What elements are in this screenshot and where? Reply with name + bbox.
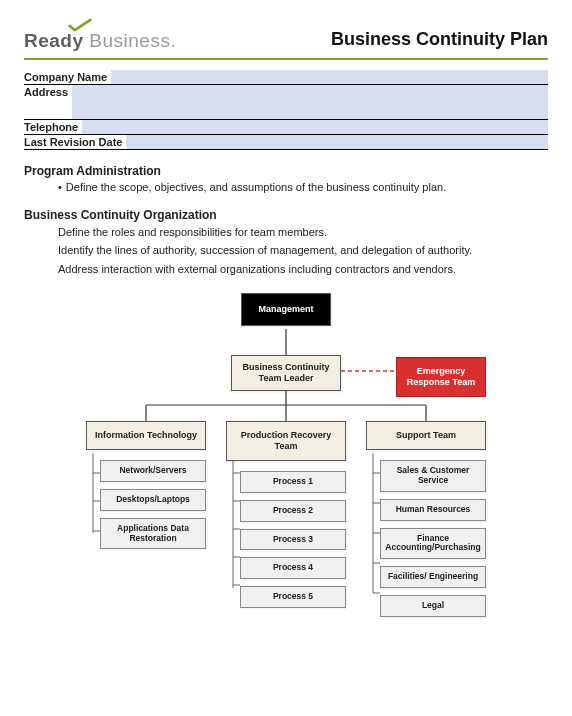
item-apps: Applications Data Restoration (100, 518, 206, 550)
section-org-title: Business Continuity Organization (24, 208, 548, 222)
row-company: Company Name (24, 70, 548, 85)
label-telephone: Telephone (24, 120, 82, 134)
company-field[interactable] (111, 70, 548, 84)
node-management: Management (241, 293, 331, 326)
label-revision: Last Revision Date (24, 135, 126, 149)
info-form: Company Name Address Telephone Last Revi… (24, 70, 548, 150)
brand-text: Ready Business. (24, 30, 176, 52)
header-rule (24, 58, 548, 60)
brand-logo: Ready Business. (24, 18, 176, 52)
org-line2: Identify the lines of authority, success… (24, 242, 548, 259)
item-p4: Process 4 (240, 557, 346, 579)
item-facilities: Facilities/ Engineering (380, 566, 486, 588)
item-sales: Sales & Customer Service (380, 460, 486, 492)
col-it: Information Technology Network/Servers D… (86, 421, 206, 556)
node-emergency: Emergency Response Team (396, 357, 486, 397)
label-company: Company Name (24, 70, 111, 84)
col-head-support: Support Team (366, 421, 486, 450)
revision-field[interactable] (126, 135, 548, 149)
col-production: Production Recovery Team Process 1 Proce… (226, 421, 346, 614)
header: Ready Business. Business Continuity Plan (24, 18, 548, 52)
item-p2: Process 2 (240, 500, 346, 522)
page-title: Business Continuity Plan (331, 29, 548, 50)
label-address: Address (24, 85, 72, 119)
item-p5: Process 5 (240, 586, 346, 608)
node-leader: Business Continuity Team Leader (231, 355, 341, 391)
item-desktops: Desktops/Laptops (100, 489, 206, 511)
row-telephone: Telephone (24, 120, 548, 135)
admin-bullets: • Define the scope, objectives, and assu… (24, 180, 548, 196)
brand-light: Business. (84, 30, 177, 51)
item-p3: Process 3 (240, 529, 346, 551)
col-support: Support Team Sales & Customer Service Hu… (366, 421, 486, 623)
col-head-production: Production Recovery Team (226, 421, 346, 461)
bullet-icon: • (58, 180, 62, 196)
brand-strong: Ready (24, 30, 84, 51)
item-hr: Human Resources (380, 499, 486, 521)
item-network: Network/Servers (100, 460, 206, 482)
section-admin-title: Program Administration (24, 164, 548, 178)
address-field[interactable] (72, 85, 548, 119)
org-line1: Define the roles and responsibilities fo… (24, 224, 548, 241)
org-line3: Address interaction with external organi… (24, 261, 548, 278)
row-revision: Last Revision Date (24, 135, 548, 150)
telephone-field[interactable] (82, 120, 548, 134)
item-legal: Legal (380, 595, 486, 617)
admin-bullet-text: Define the scope, objectives, and assump… (66, 180, 446, 196)
col-head-it: Information Technology (86, 421, 206, 450)
row-address: Address (24, 85, 548, 120)
item-finance: Finance Accounting/Purchasing (380, 528, 486, 560)
item-p1: Process 1 (240, 471, 346, 493)
